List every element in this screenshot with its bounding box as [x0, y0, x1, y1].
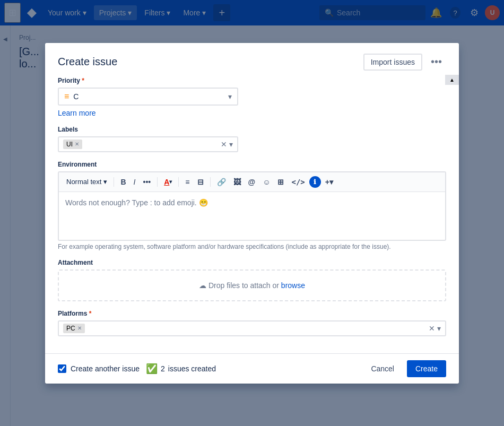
upload-icon: ☁: [199, 281, 208, 290]
import-issues-button[interactable]: Import issues: [363, 54, 422, 71]
priority-chevron-icon: ▾: [228, 92, 232, 101]
environment-editor: Normal text ▾ B I ••• A ▾ ≡: [58, 171, 446, 241]
platforms-clear-icon[interactable]: ✕: [429, 324, 435, 333]
cancel-button[interactable]: Cancel: [364, 360, 401, 377]
priority-label: Priority *: [58, 77, 446, 84]
labels-label: Labels: [58, 126, 446, 133]
platforms-section: Platforms * PC ✕ ✕ ▾: [58, 310, 446, 336]
create-another-checkbox[interactable]: Create another issue: [58, 364, 140, 373]
labels-section: Labels UI ✕ ✕ ▾: [58, 126, 446, 152]
text-color-button[interactable]: A ▾: [161, 176, 175, 188]
environment-help-text: For example operating system, software p…: [58, 243, 446, 250]
label-tag-text: UI: [66, 141, 73, 148]
environment-label: Environment: [58, 161, 446, 168]
modal-header: Create issue Import issues •••: [45, 43, 459, 77]
table-button[interactable]: ⊞: [274, 176, 287, 188]
text-color-a: A: [164, 178, 169, 186]
modal-footer: Create another issue ✅ 2 issues created …: [45, 353, 459, 384]
priority-icon: ≡: [64, 92, 69, 101]
info-button[interactable]: ℹ: [309, 176, 321, 188]
text-format-select[interactable]: Normal text ▾: [63, 176, 110, 188]
labels-clear-icon[interactable]: ✕: [221, 140, 227, 149]
code-button[interactable]: </>: [288, 176, 308, 188]
text-color-chevron-icon: ▾: [169, 179, 172, 185]
text-format-value: Normal text: [66, 178, 101, 186]
more-format-button[interactable]: •••: [140, 176, 154, 188]
modal-more-button[interactable]: •••: [427, 54, 446, 70]
chevron-up-icon: ▲: [449, 77, 455, 83]
check-circle-icon: ✅: [146, 363, 158, 375]
toolbar-divider-3: [178, 177, 179, 187]
attachment-section: Attachment ☁ Drop files to attach or bro…: [58, 259, 446, 301]
bullet-list-button[interactable]: ≡: [182, 176, 193, 188]
issues-created-count: 2: [161, 364, 165, 373]
editor-placeholder: Words not enough? Type : to add emoji. 😁: [65, 198, 208, 207]
toolbar-divider-4: [210, 177, 211, 187]
issues-created: ✅ 2 issues created: [146, 363, 216, 375]
modal-overlay[interactable]: Create issue Import issues ••• ▲ Priorit…: [0, 0, 504, 426]
browse-link[interactable]: browse: [281, 281, 305, 290]
create-another-label: Create another issue: [71, 364, 140, 373]
modal-body: Priority * ≡ C ▾ Learn more Labels UI ✕: [45, 77, 459, 353]
platform-tag-remove-icon[interactable]: ✕: [77, 325, 82, 331]
platform-tag-pc: PC ✕: [63, 324, 85, 333]
editor-content[interactable]: Words not enough? Type : to add emoji. 😁: [59, 192, 445, 240]
attachment-label: Attachment: [58, 259, 446, 266]
priority-select[interactable]: ≡ C ▾: [58, 88, 238, 106]
image-button[interactable]: 🖼: [230, 176, 244, 188]
platforms-label: Platforms *: [58, 310, 446, 317]
toolbar-divider-2: [157, 177, 158, 187]
modal-title: Create issue: [58, 56, 117, 68]
learn-more-link[interactable]: Learn more: [58, 109, 96, 117]
mention-button[interactable]: @: [245, 176, 259, 188]
italic-button[interactable]: I: [131, 176, 139, 188]
drop-text: Drop files to attach or: [208, 281, 279, 290]
platform-tag-text: PC: [66, 325, 75, 332]
toolbar-divider-1: [114, 177, 114, 187]
add-more-button[interactable]: +▾: [322, 176, 336, 188]
label-tag-ui: UI ✕: [63, 140, 82, 149]
create-issue-modal: Create issue Import issues ••• ▲ Priorit…: [45, 43, 459, 384]
labels-chevron-icon: ▾: [229, 140, 233, 149]
label-tag-remove-icon[interactable]: ✕: [75, 141, 79, 147]
emoji-button[interactable]: ☺: [259, 176, 273, 188]
text-format-chevron-icon: ▾: [103, 178, 107, 186]
create-another-input[interactable]: [58, 364, 66, 373]
scroll-up-button[interactable]: ▲: [445, 75, 459, 85]
editor-toolbar: Normal text ▾ B I ••• A ▾ ≡: [59, 172, 445, 192]
modal-header-actions: Import issues •••: [363, 54, 446, 71]
platforms-input[interactable]: PC ✕ ✕ ▾: [58, 320, 446, 336]
priority-section: Priority * ≡ C ▾ Learn more: [58, 77, 446, 117]
create-button[interactable]: Create: [407, 360, 446, 377]
issues-created-label: issues created: [168, 364, 216, 373]
environment-section: Environment Normal text ▾ B I ••• A: [58, 161, 446, 250]
priority-value: C: [73, 92, 224, 101]
more-icon: •••: [431, 56, 442, 67]
link-button[interactable]: 🔗: [214, 176, 229, 188]
platforms-chevron-icon: ▾: [437, 324, 441, 333]
labels-input[interactable]: UI ✕ ✕ ▾: [58, 136, 238, 152]
attachment-drop-zone[interactable]: ☁ Drop files to attach or browse: [58, 269, 446, 301]
bold-button[interactable]: B: [117, 176, 129, 188]
numbered-list-button[interactable]: ⊟: [194, 176, 207, 188]
